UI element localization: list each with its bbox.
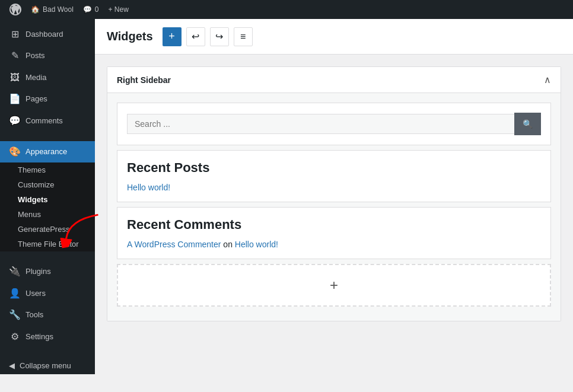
users-icon: 👤 xyxy=(9,287,21,300)
sidebar-item-comments[interactable]: 💬 Comments xyxy=(0,110,95,132)
sidebar-item-label: Comments xyxy=(26,116,63,126)
comments-count: 0 xyxy=(95,5,99,14)
appearance-submenu: Themes Customize Widgets Menus GenerateP… xyxy=(0,162,95,251)
settings-icon: ⚙ xyxy=(9,330,21,343)
recent-post-link[interactable]: Hello world! xyxy=(127,183,541,192)
widget-area-title: Right Sidebar xyxy=(117,75,171,85)
comment-text: A WordPress Commenter on Hello world! xyxy=(127,240,541,249)
add-block-button[interactable]: + xyxy=(163,27,182,46)
comments-link[interactable]: 💬 0 xyxy=(78,0,104,19)
sidebar-item-label: Dashboard xyxy=(26,29,63,40)
search-icon: 🔍 xyxy=(523,119,533,129)
sidebar-item-users[interactable]: 👤 Users xyxy=(0,283,95,304)
tools-icon: 🔧 xyxy=(9,308,21,321)
sidebar-item-label: Posts xyxy=(26,50,45,61)
wp-logo-link[interactable] xyxy=(5,0,26,19)
search-button[interactable]: 🔍 xyxy=(514,113,541,135)
submenu-generatepress[interactable]: GeneratePress xyxy=(0,222,95,237)
sidebar-item-label: Appearance xyxy=(26,146,67,157)
site-name: Bad Wool xyxy=(43,5,74,14)
media-icon: 🖼 xyxy=(9,71,21,84)
dashboard-icon: ⊞ xyxy=(9,28,21,41)
search-widget-inner: 🔍 xyxy=(127,113,541,135)
appearance-icon: 🎨 xyxy=(9,145,21,158)
recent-comments-title: Recent Comments xyxy=(127,217,541,232)
comment-author-link[interactable]: A WordPress Commenter xyxy=(127,240,221,249)
submenu-customize[interactable]: Customize xyxy=(0,177,95,192)
sidebar-item-label: Tools xyxy=(26,310,43,320)
sidebar-item-label: Media xyxy=(26,72,46,83)
submenu-widgets[interactable]: Widgets xyxy=(0,192,95,207)
sidebar-item-tools[interactable]: 🔧 Tools xyxy=(0,304,95,326)
widget-area-body: 🔍 Recent Posts Hello world! Recent Comme… xyxy=(107,93,561,321)
widgets-header: Widgets + ↩ ↪ ≡ xyxy=(95,19,573,55)
recent-comments-widget: Recent Comments A WordPress Commenter on… xyxy=(117,207,551,259)
sidebar-item-media[interactable]: 🖼 Media xyxy=(0,67,95,88)
sidebar: ⊞ Dashboard ✎ Posts 🖼 Media 📄 Pages 💬 xyxy=(0,19,95,374)
sidebar-item-dashboard[interactable]: ⊞ Dashboard xyxy=(0,24,95,45)
recent-posts-title: Recent Posts xyxy=(127,160,541,176)
recent-posts-widget: Recent Posts Hello world! xyxy=(117,150,551,202)
sidebar-item-label: Users xyxy=(26,288,46,299)
widget-area-header: Right Sidebar ∧ xyxy=(107,67,561,93)
sidebar-item-label: Plugins xyxy=(26,266,51,277)
options-icon: ≡ xyxy=(240,31,246,42)
collapse-menu-label: Collapse menu xyxy=(20,361,71,370)
collapse-menu-button[interactable]: ◀ Collapse menu xyxy=(0,357,95,374)
submenu-theme-file-editor[interactable]: Theme File Editor xyxy=(0,237,95,251)
sidebar-item-pages[interactable]: 📄 Pages xyxy=(0,88,95,110)
posts-icon: ✎ xyxy=(9,49,21,62)
sidebar-item-appearance[interactable]: 🎨 Appearance xyxy=(0,141,95,162)
admin-bar: 🏠 Bad Wool 💬 0 + New xyxy=(0,0,573,19)
options-button[interactable]: ≡ xyxy=(234,27,253,46)
add-block-plus-icon: + xyxy=(330,277,338,294)
sidebar-item-settings[interactable]: ⚙ Settings xyxy=(0,326,95,348)
comments-sidebar-icon: 💬 xyxy=(9,114,21,128)
sidebar-item-label: Settings xyxy=(26,332,53,342)
comments-icon: 💬 xyxy=(83,5,92,14)
sidebar-item-posts[interactable]: ✎ Posts xyxy=(0,45,95,66)
comment-post-link[interactable]: Hello world! xyxy=(235,240,278,249)
search-input[interactable] xyxy=(127,114,514,134)
redo-icon: ↪ xyxy=(215,31,223,42)
pages-icon: 📄 xyxy=(9,93,21,106)
sidebar-item-plugins[interactable]: 🔌 Plugins xyxy=(0,261,95,282)
widget-area-right-sidebar: Right Sidebar ∧ 🔍 xyxy=(107,66,561,321)
submenu-menus[interactable]: Menus xyxy=(0,207,95,222)
add-block-area-button[interactable]: + xyxy=(117,264,551,307)
home-icon: 🏠 xyxy=(31,5,40,14)
undo-icon: ↩ xyxy=(192,31,199,42)
widgets-content: Right Sidebar ∧ 🔍 xyxy=(95,55,573,345)
new-content-link[interactable]: + New xyxy=(104,0,133,19)
sidebar-item-label: Pages xyxy=(26,94,47,104)
new-label: + New xyxy=(109,5,129,14)
redo-button[interactable]: ↪ xyxy=(210,27,229,46)
widget-area-toggle-button[interactable]: ∧ xyxy=(544,74,551,85)
submenu-themes[interactable]: Themes xyxy=(0,162,95,177)
on-text: on xyxy=(223,240,234,249)
search-widget: 🔍 xyxy=(117,103,551,145)
content-area: Widgets + ↩ ↪ ≡ Right Sidebar ∧ xyxy=(95,19,573,392)
site-name-link[interactable]: 🏠 Bad Wool xyxy=(26,0,78,19)
collapse-icon: ◀ xyxy=(9,361,15,370)
page-title: Widgets xyxy=(107,30,153,43)
undo-button[interactable]: ↩ xyxy=(186,27,205,46)
plugins-icon: 🔌 xyxy=(9,265,21,278)
